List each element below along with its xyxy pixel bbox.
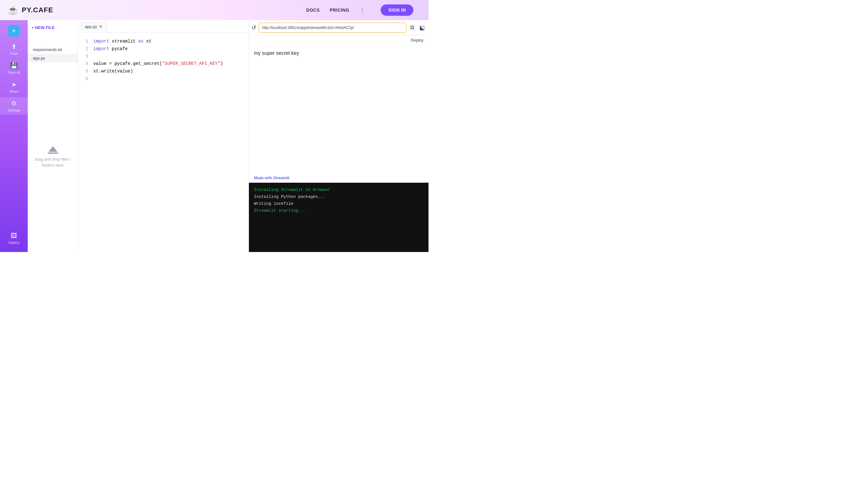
file-panel: + NEW FILE requirements.txt app.py drag … [28,20,78,252]
sidebar-item-share[interactable]: ➤ Share [0,78,28,96]
copy-url-icon[interactable]: ⧉ [409,23,416,32]
gallery-icon: 🖼 [11,232,17,239]
code-line-5: st.write(value) [93,68,246,75]
add-file-button[interactable]: + [8,25,19,36]
code-line-1: import streamlit as st [93,38,246,45]
reload-icon[interactable]: ↺ [251,24,256,31]
nav-links: DOCS PRICING ⋮ SIGN IN [306,4,414,16]
upload-icon [48,146,58,154]
sidebar-item-save-all[interactable]: 💾 Save all [0,59,28,77]
terminal-line-4: Streamlit starting... [254,207,423,214]
new-file-button[interactable]: + NEW FILE [32,25,54,30]
tab-filename: app.py [85,24,97,29]
terminal-line-3: Writing lockfile [254,200,423,207]
drop-text: drag and drop files / folders here [33,156,73,169]
sidebar-item-gallery[interactable]: 🖼 Gallery [7,230,21,247]
sidebar-bottom: 🖼 Gallery [7,230,21,247]
main-layout: + ⬆ Push 💾 Save all ➤ Share ⚙ Settings 🖼… [0,20,428,252]
url-bar[interactable] [259,23,406,33]
line-numbers: 1 2 3 4 5 6 [78,33,91,252]
settings-icon: ⚙ [11,100,17,107]
share-icon: ➤ [11,81,17,88]
save-icon: 💾 [10,62,18,69]
save-label: Save all [7,70,20,74]
push-label: Push [10,52,18,55]
settings-label: Settings [7,108,20,112]
preview-toolbar: ↺ ⧉ ⬕ [249,20,428,35]
open-external-icon[interactable]: ⬕ [418,23,426,32]
terminal-line-2: Installing Python packages... [254,194,423,200]
deploy-bar: Deploy [249,35,428,45]
editor-content[interactable]: 1 2 3 4 5 6 import streamlit as st impor… [78,33,249,252]
nav-pricing[interactable]: PRICING [330,7,349,13]
deploy-button[interactable]: Deploy [411,38,423,43]
gallery-label: Gallery [9,241,19,245]
push-icon: ⬆ [11,43,17,50]
code-line-4: value = pycafe.get_secret("SUPER_SECRET_… [93,60,246,68]
terminal-area: Installing Streamlit in browser Installi… [249,183,428,252]
file-item-requirements[interactable]: requirements.txt [28,45,78,54]
code-line-2: import pycafe [93,45,246,53]
code-line-6 [93,75,246,83]
file-item-app[interactable]: app.py [28,54,78,62]
share-label: Share [9,89,18,93]
drop-area[interactable]: drag and drop files / folders here [28,62,78,252]
preview-footer: Made with Streamlit [249,173,428,183]
preview-output: my super secret key [254,50,423,56]
tab-close-icon[interactable]: ✕ [99,24,103,29]
sign-in-button[interactable]: SIGN IN [381,4,414,16]
more-options-icon[interactable]: ⋮ [359,6,366,14]
preview-content: Deploy my super secret key Made with Str… [249,35,428,183]
preview-iframe-area: my super secret key [249,45,428,173]
terminal-line-1: Installing Streamlit in browser [254,186,423,194]
editor-tab-app[interactable]: app.py ✕ [81,22,107,31]
logo-area: ☕ PY.CAFE [7,5,53,15]
code-lines: import streamlit as st import pycafe val… [91,33,249,252]
nav-docs[interactable]: DOCS [306,7,319,13]
editor-tabs: app.py ✕ [78,20,249,33]
preview-panel: ↺ ⧉ ⬕ Deploy my super secret key Made wi… [249,20,428,252]
topnav: ☕ PY.CAFE DOCS PRICING ⋮ SIGN IN [0,0,428,20]
code-editor: app.py ✕ 1 2 3 4 5 6 import streamlit as… [78,20,249,252]
logo-icon: ☕ [7,5,19,15]
logo-text: PY.CAFE [22,6,53,14]
sidebar-item-settings[interactable]: ⚙ Settings [0,97,28,115]
code-line-3 [93,53,246,61]
left-sidebar: + ⬆ Push 💾 Save all ➤ Share ⚙ Settings 🖼… [0,20,28,252]
sidebar-item-push[interactable]: ⬆ Push [0,40,28,58]
